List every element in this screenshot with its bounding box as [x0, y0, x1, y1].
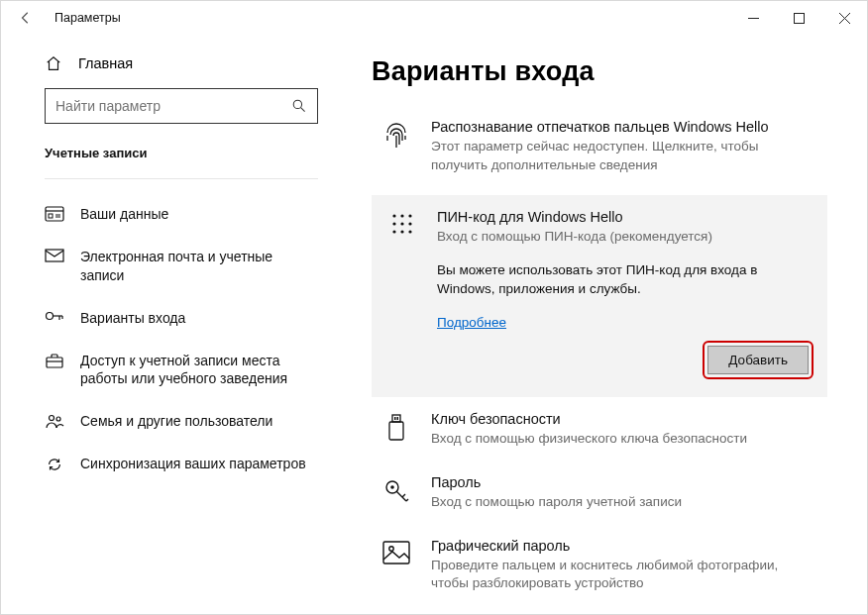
signin-option-security-key[interactable]: Ключ безопасности Вход с помощью физичес…	[372, 401, 827, 464]
signin-option-picture-password[interactable]: Графический пароль Проведите пальцем и к…	[372, 528, 827, 610]
sidebar: Главная Учетные записи Ваши данные	[1, 35, 346, 614]
window-title: Параметры	[54, 11, 121, 25]
fingerprint-icon	[380, 121, 413, 175]
option-title: Пароль	[431, 474, 682, 490]
sidebar-item-label: Доступ к учетной записи места работы или…	[80, 352, 318, 389]
id-card-icon	[45, 206, 64, 222]
briefcase-icon	[45, 353, 64, 368]
svg-point-36	[389, 546, 393, 550]
maximize-icon	[794, 13, 805, 24]
divider	[45, 178, 318, 179]
svg-point-12	[47, 312, 54, 319]
sidebar-category: Учетные записи	[1, 146, 346, 176]
minimize-button[interactable]	[730, 1, 776, 35]
sidebar-item-signin-options[interactable]: Варианты входа	[1, 297, 346, 340]
svg-point-24	[400, 222, 403, 225]
svg-point-34	[390, 485, 394, 489]
signin-option-password[interactable]: Пароль Вход с помощью пароля учетной зап…	[372, 464, 827, 528]
option-desc: Вход с помощью физического ключа безопас…	[431, 430, 747, 449]
add-button[interactable]: Добавить	[707, 346, 809, 374]
option-desc: Вход с помощью ПИН-кода (рекомендуется)	[437, 228, 814, 247]
search-input[interactable]	[55, 98, 291, 114]
usb-key-icon	[380, 413, 413, 449]
signin-option-fingerprint[interactable]: Распознавание отпечатков пальцев Windows…	[372, 109, 827, 191]
people-icon	[45, 413, 64, 429]
option-body: Вы можете использовать этот ПИН-код для …	[437, 260, 814, 299]
svg-rect-1	[794, 13, 804, 23]
sidebar-item-your-info[interactable]: Ваши данные	[1, 193, 346, 236]
sidebar-item-label: Семья и другие пользователи	[80, 412, 272, 431]
svg-rect-16	[47, 358, 62, 367]
svg-point-26	[392, 230, 395, 233]
sidebar-item-label: Ваши данные	[80, 205, 168, 224]
search-icon	[291, 98, 307, 114]
svg-point-22	[408, 214, 411, 217]
sidebar-item-email-accounts[interactable]: Электронная почта и учетные записи	[1, 236, 346, 297]
option-title: Графический пароль	[431, 538, 814, 554]
sidebar-item-family[interactable]: Семья и другие пользователи	[1, 400, 346, 443]
svg-rect-32	[397, 417, 399, 420]
page-title: Варианты входа	[372, 56, 827, 87]
close-icon	[839, 13, 850, 24]
arrow-left-icon	[19, 11, 33, 25]
pin-keypad-icon	[385, 211, 419, 379]
sidebar-item-label: Варианты входа	[80, 309, 185, 328]
svg-rect-11	[46, 250, 63, 261]
learn-more-link[interactable]: Подробнее	[437, 315, 506, 330]
titlebar: Параметры	[1, 1, 867, 35]
picture-icon	[380, 540, 413, 594]
sidebar-item-label: Синхронизация ваших параметров	[80, 455, 306, 473]
option-desc: Этот параметр сейчас недоступен. Щелкнит…	[431, 138, 814, 175]
svg-rect-35	[383, 542, 409, 564]
svg-rect-8	[49, 214, 53, 218]
svg-point-20	[392, 214, 395, 217]
option-desc: Вход с помощью пароля учетной записи	[431, 493, 682, 512]
svg-point-19	[56, 417, 60, 421]
svg-point-4	[293, 100, 301, 108]
sidebar-item-sync[interactable]: Синхронизация ваших параметров	[1, 443, 346, 485]
svg-rect-31	[394, 417, 396, 420]
key-icon	[380, 476, 413, 512]
maximize-button[interactable]	[776, 1, 821, 35]
sidebar-home[interactable]: Главная	[1, 45, 346, 88]
option-title: ПИН-код для Windows Hello	[437, 209, 814, 225]
svg-point-21	[400, 214, 403, 217]
mail-icon	[45, 249, 64, 262]
sidebar-item-label: Электронная почта и учетные записи	[80, 248, 318, 285]
back-button[interactable]	[19, 11, 41, 25]
annotation-highlight: Добавить	[703, 341, 814, 379]
svg-point-23	[392, 222, 395, 225]
svg-point-25	[408, 222, 411, 225]
minimize-icon	[748, 13, 759, 24]
close-button[interactable]	[821, 1, 867, 35]
sidebar-home-label: Главная	[78, 55, 133, 71]
option-desc: Проведите пальцем и коснитесь любимой фо…	[431, 557, 814, 594]
key-icon	[45, 310, 64, 322]
svg-line-5	[301, 108, 305, 112]
signin-option-pin[interactable]: ПИН-код для Windows Hello Вход с помощью…	[372, 195, 827, 397]
svg-point-27	[400, 230, 403, 233]
svg-rect-29	[392, 415, 400, 422]
sidebar-nav: Ваши данные Электронная почта и учетные …	[1, 193, 346, 485]
sidebar-item-work-school[interactable]: Доступ к учетной записи места работы или…	[1, 340, 346, 401]
settings-window: Параметры Главная	[0, 0, 868, 615]
main-content: Варианты входа Распознавание отпечатков …	[346, 35, 867, 614]
option-title: Ключ безопасности	[431, 411, 747, 427]
search-container	[45, 88, 318, 124]
home-icon	[45, 54, 62, 72]
option-title: Распознавание отпечатков пальцев Windows…	[431, 119, 814, 135]
sync-icon	[45, 456, 64, 473]
svg-point-28	[408, 230, 411, 233]
svg-rect-30	[389, 422, 403, 440]
svg-point-18	[50, 416, 54, 421]
search-box[interactable]	[45, 88, 318, 124]
